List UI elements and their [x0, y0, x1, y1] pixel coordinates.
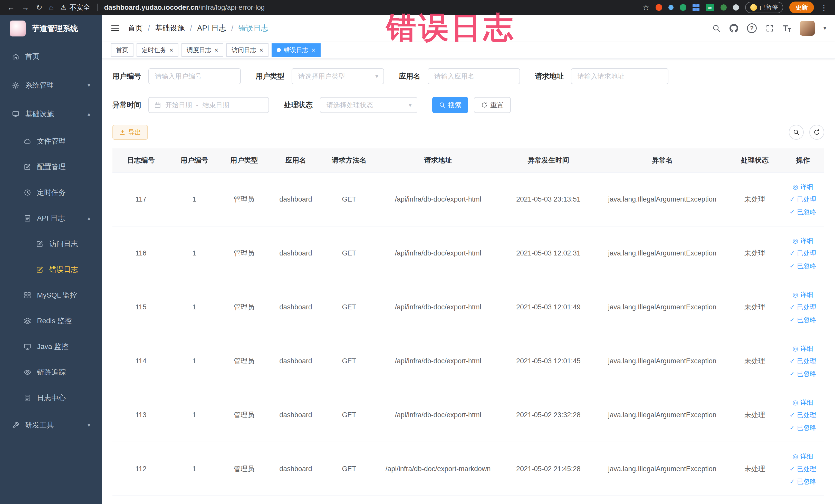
request-url-input[interactable]	[571, 69, 668, 84]
tab-home[interactable]: 首页	[111, 43, 134, 57]
forward-icon[interactable]: →	[22, 4, 29, 11]
processed-link[interactable]: ✓已处理	[790, 249, 816, 258]
processed-link[interactable]: ✓已处理	[790, 411, 816, 419]
refresh-button[interactable]	[809, 125, 824, 140]
sidebar-item-infra[interactable]: 基础设施 ▴	[0, 100, 102, 128]
breadcrumb-item[interactable]: API 日志	[197, 23, 226, 33]
detail-label: 详细	[800, 290, 813, 299]
paused-label: 已暂停	[759, 3, 778, 12]
detail-link[interactable]: ◎详细	[793, 183, 813, 191]
reset-button[interactable]: 重置	[474, 97, 511, 113]
app-logo-block[interactable]: 芋道管理系统	[0, 15, 102, 42]
sidebar-item-config[interactable]: 配置管理	[0, 154, 102, 180]
cell-actions: ◎详细 ✓已处理 ✓已忽略	[781, 442, 824, 496]
cell-exception: java.lang.IllegalArgumentException	[596, 226, 728, 280]
ignored-link[interactable]: ✓已忽略	[790, 369, 816, 378]
breadcrumb-item[interactable]: 基础设施	[155, 23, 185, 33]
fullscreen-icon[interactable]	[766, 24, 774, 33]
sidebar-item-api-log[interactable]: API 日志 ▴	[0, 205, 102, 231]
sidebar-item-log-center[interactable]: 日志中心	[0, 385, 102, 411]
extension-icon-7[interactable]	[733, 4, 739, 11]
extension-icon-3[interactable]	[680, 4, 686, 11]
github-icon[interactable]	[730, 24, 738, 33]
cell-log-id: 116	[113, 226, 169, 280]
ignored-link[interactable]: ✓已忽略	[790, 262, 816, 270]
sidebar-item-trace[interactable]: 链路追踪	[0, 360, 102, 385]
filter-label: 用户编号	[113, 72, 141, 81]
date-start-placeholder: 开始日期	[165, 101, 192, 109]
sidebar-item-file[interactable]: 文件管理	[0, 128, 102, 154]
detail-link[interactable]: ◎详细	[793, 344, 813, 353]
close-icon[interactable]: ×	[312, 47, 315, 54]
extension-icon-6[interactable]	[720, 4, 727, 11]
eye-icon	[24, 368, 31, 376]
close-icon[interactable]: ×	[259, 47, 263, 54]
sidebar-item-redis[interactable]: Redis 监控	[0, 308, 102, 334]
process-status-select[interactable]: 请选择处理状态 ▾	[320, 97, 418, 113]
cell-method: GET	[322, 172, 376, 226]
avatar[interactable]	[800, 21, 815, 36]
sidebar-item-mysql[interactable]: MySQL 监控	[0, 282, 102, 308]
sidebar-item-system[interactable]: 系统管理 ▾	[0, 71, 102, 100]
detail-link[interactable]: ◎详细	[793, 398, 813, 407]
detail-link[interactable]: ◎详细	[793, 452, 813, 461]
search-button-label: 搜索	[448, 101, 462, 109]
ignored-link[interactable]: ✓已忽略	[790, 316, 816, 324]
user-type-select[interactable]: 请选择用户类型 ▾	[291, 68, 384, 84]
sidebar-toggle-icon[interactable]	[110, 23, 120, 33]
sidebar-item-job[interactable]: 定时任务	[0, 180, 102, 205]
breadcrumb-item[interactable]: 首页	[128, 23, 143, 33]
select-placeholder: 请选择处理状态	[326, 101, 373, 109]
filter-label: 应用名	[399, 72, 421, 81]
cell-actions: ◎详细 ✓已处理 ✓已忽略	[781, 280, 824, 334]
ignored-link[interactable]: ✓已忽略	[790, 477, 816, 486]
user-id-input[interactable]	[149, 69, 240, 84]
close-icon[interactable]: ×	[214, 47, 218, 54]
home-icon	[12, 53, 20, 60]
cell-time: 2021-05-02 21:45:28	[500, 442, 596, 496]
bookmark-star-icon[interactable]: ☆	[643, 4, 649, 11]
cell-time: 2021-05-03 12:01:49	[500, 280, 596, 334]
processed-link[interactable]: ✓已处理	[790, 195, 816, 204]
update-button[interactable]: 更新	[789, 2, 814, 13]
search-icon[interactable]	[712, 24, 721, 33]
tab-job-log[interactable]: 调度日志 ×	[182, 43, 223, 57]
help-icon[interactable]: ?	[747, 23, 757, 33]
extension-on-icon[interactable]: on	[706, 4, 714, 11]
cell-time: 2021-05-03 12:01:45	[500, 334, 596, 388]
processed-link[interactable]: ✓已处理	[790, 357, 816, 365]
browser-menu-icon[interactable]: ⋮	[820, 3, 828, 12]
home-icon[interactable]: ⌂	[49, 4, 54, 11]
processed-link[interactable]: ✓已处理	[790, 303, 816, 311]
detail-link[interactable]: ◎详细	[793, 290, 813, 299]
ignored-link[interactable]: ✓已忽略	[790, 208, 816, 216]
toggle-search-button[interactable]	[789, 125, 804, 140]
paused-badge[interactable]: 已暂停	[745, 2, 783, 13]
sidebar-item-dev-tools[interactable]: 研发工具 ▾	[0, 411, 102, 440]
back-icon[interactable]: ←	[7, 4, 15, 11]
date-range-picker[interactable]: 开始日期 - 结束日期	[148, 97, 269, 113]
sidebar-item-access-log[interactable]: 访问日志	[0, 231, 102, 257]
extension-icon-2[interactable]	[668, 5, 674, 10]
sidebar-item-home[interactable]: 首页	[0, 42, 102, 71]
site-security-chip[interactable]: ⚠ 不安全	[60, 3, 90, 12]
app-name-input[interactable]	[428, 69, 520, 84]
detail-link[interactable]: ◎详细	[793, 237, 813, 245]
extension-icon-1[interactable]	[656, 4, 662, 11]
sidebar-item-java[interactable]: Java 监控	[0, 334, 102, 360]
tab-error-log[interactable]: 错误日志 ×	[271, 43, 321, 57]
screen: ← → ↻ ⌂ ⚠ 不安全 dashboard.yudao.iocoder.cn…	[0, 0, 835, 504]
tab-access-log[interactable]: 访问日志 ×	[226, 43, 268, 57]
ignored-link[interactable]: ✓已忽略	[790, 423, 816, 432]
close-icon[interactable]: ×	[169, 47, 173, 54]
caret-down-icon[interactable]: ▾	[823, 25, 826, 32]
search-button[interactable]: 搜索	[432, 97, 468, 113]
address-bar[interactable]: dashboard.yudao.iocoder.cn/infra/log/api…	[104, 4, 265, 12]
tab-job[interactable]: 定时任务 ×	[137, 43, 178, 57]
sidebar-item-error-log[interactable]: 错误日志	[0, 257, 102, 282]
font-size-icon[interactable]: TT	[783, 24, 791, 33]
export-button[interactable]: 导出	[113, 125, 148, 140]
processed-link[interactable]: ✓已处理	[790, 465, 816, 473]
reload-icon[interactable]: ↻	[36, 4, 42, 11]
extension-grid-icon[interactable]	[693, 4, 699, 11]
